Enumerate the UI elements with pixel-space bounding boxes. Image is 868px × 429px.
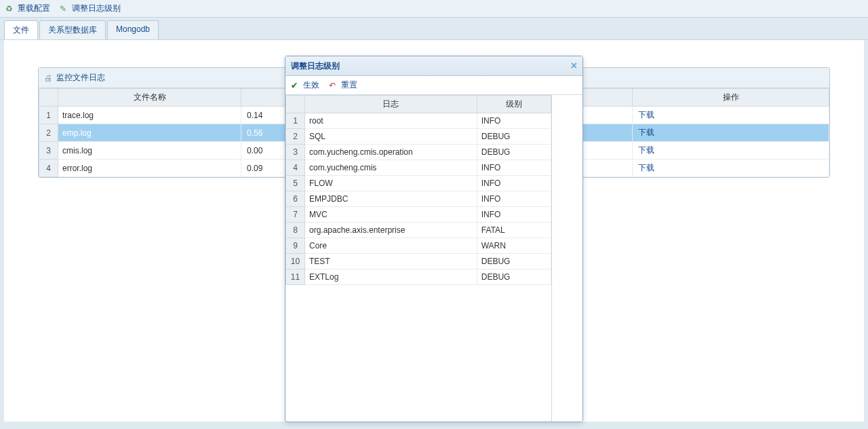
rownum-cell: 3 bbox=[39, 142, 58, 160]
dialog-col-level-header[interactable]: 级别 bbox=[477, 96, 551, 113]
apply-button[interactable]: ✔ 生效 bbox=[291, 79, 319, 91]
tab-file[interactable]: 文件 bbox=[4, 20, 38, 39]
table-row[interactable]: 4com.yucheng.cmisINFO bbox=[286, 160, 551, 176]
log-level-cell: INFO bbox=[477, 207, 551, 223]
dialog-toolbar: ✔ 生效 ↶ 重置 bbox=[285, 76, 583, 95]
table-row[interactable]: 2SQLDEBUG bbox=[286, 129, 551, 145]
log-level-cell: FATAL bbox=[477, 223, 551, 238]
log-level-dialog: 调整日志级别 × ✔ 生效 ↶ 重置 日志 级别 1rootINFO2SQLDE… bbox=[285, 56, 583, 422]
printer-icon: 🖨 bbox=[44, 73, 54, 83]
reload-config-button[interactable]: ♻ 重载配置 bbox=[5, 3, 50, 14]
log-name-cell: root bbox=[304, 113, 477, 129]
log-name-cell: com.yucheng.cmis bbox=[304, 160, 477, 176]
col-operation-header[interactable]: 操作 bbox=[633, 89, 829, 107]
monitor-file-log-link[interactable]: 监控文件日志 bbox=[56, 72, 105, 83]
undo-icon: ↶ bbox=[329, 81, 338, 90]
tab-mongodb[interactable]: Mongodb bbox=[107, 20, 159, 39]
table-row[interactable]: 7MVCINFO bbox=[286, 207, 551, 223]
operation-cell: 下载 bbox=[633, 160, 829, 177]
table-row[interactable]: 6EMPJDBCINFO bbox=[286, 191, 551, 207]
operation-cell: 下载 bbox=[633, 142, 829, 160]
log-name-cell: org.apache.axis.enterprise bbox=[304, 223, 477, 238]
reset-button[interactable]: ↶ 重置 bbox=[329, 79, 357, 91]
rownum-cell: 5 bbox=[286, 176, 305, 191]
table-row[interactable]: 5FLOWINFO bbox=[286, 176, 551, 191]
filename-cell: emp.log bbox=[58, 124, 241, 142]
table-row[interactable]: 10TESTDEBUG bbox=[286, 254, 551, 269]
filename-cell: error.log bbox=[58, 160, 241, 177]
operation-cell: 下载 bbox=[633, 107, 829, 124]
table-row[interactable]: 1rootINFO bbox=[286, 113, 551, 129]
reset-label: 重置 bbox=[341, 79, 357, 91]
log-name-cell: EMPJDBC bbox=[304, 191, 477, 207]
dialog-col-rownum-header bbox=[286, 96, 305, 113]
tab-strip: 文件 关系型数据库 Mongodb bbox=[0, 18, 868, 40]
log-name-cell: TEST bbox=[304, 254, 477, 269]
log-level-grid: 日志 级别 1rootINFO2SQLDEBUG3com.yucheng.cmi… bbox=[285, 95, 551, 285]
rownum-cell: 6 bbox=[286, 191, 305, 207]
log-level-cell: WARN bbox=[477, 238, 551, 254]
dialog-title: 调整日志级别 bbox=[291, 60, 340, 72]
col-filename-header[interactable]: 文件名称 bbox=[58, 89, 241, 107]
adjust-log-level-button[interactable]: ✎ 调整日志级别 bbox=[60, 3, 121, 14]
log-level-cell: INFO bbox=[477, 191, 551, 207]
top-toolbar: ♻ 重载配置 ✎ 调整日志级别 bbox=[0, 0, 868, 18]
rownum-cell: 2 bbox=[286, 129, 305, 145]
log-level-cell: INFO bbox=[477, 176, 551, 191]
filename-cell: trace.log bbox=[58, 107, 241, 124]
download-link[interactable]: 下载 bbox=[638, 128, 654, 137]
pencil-icon: ✎ bbox=[60, 4, 69, 14]
rownum-cell: 7 bbox=[286, 207, 305, 223]
rownum-cell: 11 bbox=[286, 269, 305, 285]
log-name-cell: FLOW bbox=[304, 176, 477, 191]
col-rownum-header bbox=[39, 89, 58, 107]
log-level-cell: DEBUG bbox=[477, 129, 551, 145]
adjust-log-level-label: 调整日志级别 bbox=[72, 3, 121, 14]
check-icon: ✔ bbox=[291, 81, 300, 90]
apply-label: 生效 bbox=[303, 79, 319, 91]
rownum-cell: 9 bbox=[286, 238, 305, 254]
log-level-cell: DEBUG bbox=[477, 145, 551, 160]
table-row[interactable]: 9CoreWARN bbox=[286, 238, 551, 254]
download-link[interactable]: 下载 bbox=[638, 163, 654, 172]
dialog-col-log-header[interactable]: 日志 bbox=[304, 96, 477, 113]
tab-rdb[interactable]: 关系型数据库 bbox=[39, 20, 106, 39]
refresh-icon: ♻ bbox=[5, 4, 15, 14]
rownum-cell: 8 bbox=[286, 223, 305, 238]
download-link[interactable]: 下载 bbox=[638, 110, 654, 119]
log-level-cell: INFO bbox=[477, 160, 551, 176]
log-name-cell: com.yucheng.cmis.operation bbox=[304, 145, 477, 160]
log-name-cell: MVC bbox=[304, 207, 477, 223]
scrollbar-gutter bbox=[552, 95, 583, 422]
rownum-cell: 10 bbox=[286, 254, 305, 269]
close-icon[interactable]: × bbox=[571, 60, 577, 72]
operation-cell: 下载 bbox=[633, 124, 829, 142]
rownum-cell: 4 bbox=[286, 160, 305, 176]
reload-config-label: 重载配置 bbox=[18, 3, 50, 14]
download-link[interactable]: 下载 bbox=[638, 145, 654, 155]
log-name-cell: SQL bbox=[304, 129, 477, 145]
log-level-cell: DEBUG bbox=[477, 269, 551, 285]
table-row[interactable]: 11EXTLogDEBUG bbox=[286, 269, 551, 285]
dialog-header[interactable]: 调整日志级别 × bbox=[285, 56, 583, 76]
table-row[interactable]: 8org.apache.axis.enterpriseFATAL bbox=[286, 223, 551, 238]
log-level-cell: DEBUG bbox=[477, 254, 551, 269]
log-level-cell: INFO bbox=[477, 113, 551, 129]
rownum-cell: 3 bbox=[286, 145, 305, 160]
dialog-body: 日志 级别 1rootINFO2SQLDEBUG3com.yucheng.cmi… bbox=[285, 95, 583, 422]
rownum-cell: 1 bbox=[39, 107, 58, 124]
table-row[interactable]: 3com.yucheng.cmis.operationDEBUG bbox=[286, 145, 551, 160]
rownum-cell: 2 bbox=[39, 124, 58, 142]
rownum-cell: 1 bbox=[286, 113, 305, 129]
rownum-cell: 4 bbox=[39, 160, 58, 177]
log-name-cell: EXTLog bbox=[304, 269, 477, 285]
filename-cell: cmis.log bbox=[58, 142, 241, 160]
log-name-cell: Core bbox=[304, 238, 477, 254]
